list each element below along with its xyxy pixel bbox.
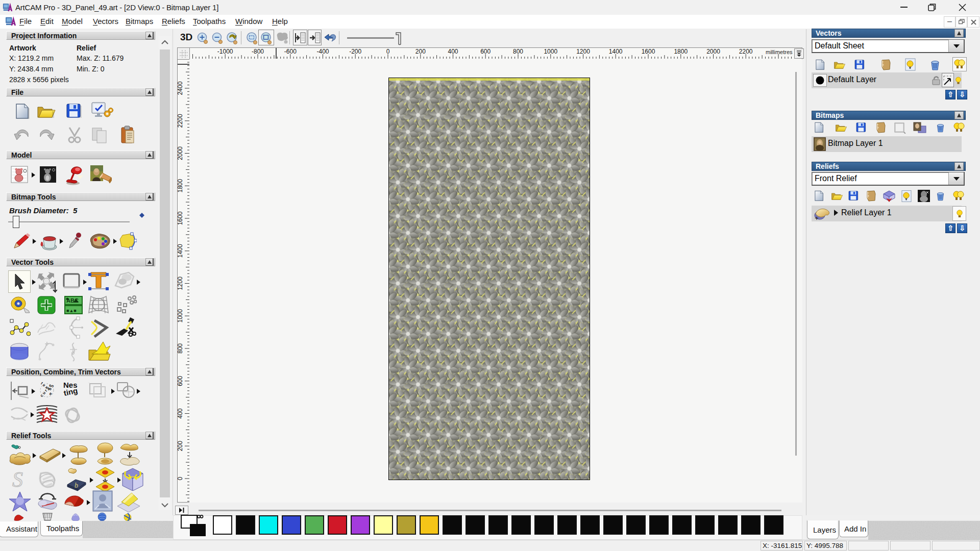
svg-text:1800: 1800	[178, 179, 184, 193]
svg-text:800: 800	[178, 343, 184, 354]
svg-text:1400: 1400	[609, 48, 623, 55]
svg-text:0: 0	[386, 48, 390, 55]
svg-text:1000: 1000	[544, 48, 557, 55]
svg-text:400: 400	[448, 48, 458, 55]
svg-text:1400: 1400	[178, 244, 184, 258]
svg-text:0: 0	[178, 477, 184, 480]
svg-text:b: b	[75, 482, 78, 489]
svg-text:2200: 2200	[739, 48, 753, 55]
svg-text:600: 600	[480, 48, 491, 55]
svg-text:-600: -600	[284, 48, 297, 55]
svg-text:1600: 1600	[642, 48, 655, 55]
svg-text:S: S	[12, 469, 23, 490]
svg-text:1000: 1000	[178, 309, 184, 323]
svg-text:200: 200	[178, 441, 184, 451]
svg-text:-200: -200	[349, 48, 361, 55]
svg-text:800: 800	[513, 48, 523, 55]
svg-text:-1000: -1000	[217, 48, 233, 55]
svg-text:1200: 1200	[178, 277, 184, 290]
svg-text:1600: 1600	[178, 211, 184, 225]
svg-text:2000: 2000	[178, 146, 184, 160]
svg-text:1800: 1800	[674, 48, 688, 55]
svg-text:400: 400	[178, 408, 184, 418]
svg-text:■▲■: ■▲■	[66, 308, 77, 313]
svg-text:+: +	[815, 214, 819, 221]
svg-text:-800: -800	[252, 48, 264, 55]
svg-text:-400: -400	[316, 48, 329, 55]
svg-text:200: 200	[415, 48, 426, 55]
svg-text:2000: 2000	[706, 48, 720, 55]
svg-text:600: 600	[178, 375, 184, 386]
svg-text:2400: 2400	[178, 81, 184, 95]
svg-text:1200: 1200	[576, 48, 590, 55]
svg-text:2200: 2200	[178, 114, 184, 128]
